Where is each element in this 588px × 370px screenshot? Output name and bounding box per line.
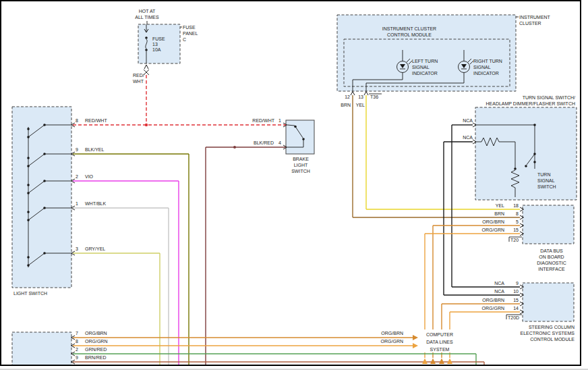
light-switch-box [12, 107, 75, 288]
pin-number: 14 [513, 306, 519, 311]
turn-switch-inner-label: TURN [537, 172, 550, 177]
bottom-module-box [12, 332, 75, 370]
data-bus-label: DIAGNOSTIC [537, 261, 566, 265]
pin-number: 1 [278, 118, 281, 123]
pin-number: 13 [358, 95, 363, 99]
fuse-panel-label: FUSE [183, 25, 196, 30]
fuse-label: 10A [152, 47, 161, 52]
contact-dot [302, 138, 305, 140]
left-indicator-label: SIGNAL [412, 65, 430, 70]
wire-label: BRN/RED [85, 355, 107, 360]
wire-label-red-wht: RED/ [133, 73, 144, 78]
pin-number: 15 [513, 228, 519, 232]
right-indicator-label: RIGHT TURN [473, 59, 502, 63]
left-indicator-label: INDICATOR [412, 71, 438, 76]
hot-at-label: HOT AT [139, 9, 156, 14]
steering-module-label: ELECTRONIC SYSTEMS [520, 331, 575, 336]
data-bus-label: INTERFACE [538, 267, 565, 271]
wire-label: BLK/RED [254, 140, 274, 145]
pin-number: 5 [516, 219, 519, 224]
pin-number: 18 [513, 203, 519, 208]
wiring-diagram-canvas: HOT AT ALL TIMES FUSE PANEL C FUSE 13 10… [0, 0, 588, 370]
wire-label: ORG/BRN [482, 298, 504, 302]
hot-at-label: ALL TIMES [135, 15, 159, 20]
wire-label: ORG/GRN [85, 339, 107, 344]
left-indicator-label: LEFT TURN [412, 59, 438, 63]
fuse-panel-label: C [183, 37, 186, 42]
connector-label: T20 [510, 238, 519, 242]
cdl-system-label: COMPUTER [426, 332, 453, 337]
wire-label: RED/WHT [85, 118, 107, 123]
pin-number: 4 [278, 140, 281, 145]
contact-dot [294, 126, 297, 128]
connector-label: T20D [508, 315, 519, 320]
connector-label: T36 [370, 95, 378, 99]
cluster-title: CONTROL MODULE [387, 32, 432, 37]
steering-module-label: CONTROL MODULE [530, 337, 575, 342]
pin-number: 9 [76, 147, 78, 152]
fuse-terminal-dot [145, 49, 148, 51]
brake-switch-label: LIGHT [294, 163, 308, 167]
wire-label: GRY/YEL [85, 246, 105, 251]
pin-number: 12 [345, 95, 350, 99]
light-switch-label: LIGHT SWITCH [13, 291, 47, 296]
wire-label: GRN/RED [85, 347, 107, 352]
wire-label: BRN [341, 103, 351, 107]
wire-label: NCA [494, 289, 504, 294]
wire-label-red-wht: WHT [133, 79, 144, 84]
wire-label: ORG/GRN [482, 228, 504, 232]
wire-label: NCA [494, 281, 504, 286]
cluster-title: INSTRUMENT CLUSTER [382, 26, 436, 31]
wire-label: BLK/YEL [85, 147, 105, 152]
pin-number: 9 [516, 281, 519, 286]
data-bus-label: DATA BUS [540, 248, 563, 253]
pin-number: 8 [76, 339, 78, 344]
wire-label: WHT/BLK [85, 201, 106, 206]
right-indicator-label: SIGNAL [473, 65, 491, 70]
wiring-diagram-page: HOT AT ALL TIMES FUSE PANEL C FUSE 13 10… [0, 0, 588, 370]
pin-number: 2 [76, 347, 78, 352]
cdl-system-label: SYSTEM [430, 347, 450, 352]
cluster-outer-label: CLUSTER [519, 21, 541, 26]
turn-switch-title: TURN SIGNAL SWITCH/ [523, 95, 575, 100]
wire-label: ORG/BRN [85, 331, 107, 336]
brake-switch-label: SWITCH [291, 169, 310, 174]
pin-number: 7 [76, 331, 78, 336]
pin-number: 8 [76, 118, 78, 123]
wire-label: VIO [85, 174, 94, 179]
wire-label: NCA [463, 118, 473, 123]
data-bus-label: ON BOARD [539, 255, 564, 259]
pin-number: 10 [513, 289, 519, 294]
steering-module-label: STEERING COLUMN [529, 325, 575, 329]
cluster-outer-label: INSTRUMENT [519, 15, 551, 20]
pin-number: 1 [76, 201, 78, 206]
wire-label: BRN [494, 211, 504, 216]
pin-number: 9 [76, 355, 78, 360]
wire-label: YEL [496, 203, 504, 208]
fuse-terminal-dot [145, 36, 148, 39]
turn-switch-inner-label: SIGNAL [537, 178, 555, 183]
wire-label: NCA [463, 135, 473, 140]
pin-number: 8 [516, 211, 519, 216]
brake-light-switch-box [283, 120, 314, 154]
junction-dot [233, 146, 236, 149]
wire-label: ORG/BRN [381, 331, 403, 336]
turn-signal-switch-box [473, 107, 577, 200]
fuse-label: FUSE [152, 36, 165, 41]
brake-switch-label: BRAKE [293, 157, 309, 161]
wire-label: ORG/BRN [482, 219, 504, 224]
wire-label: ORG/GRN [381, 339, 403, 344]
wire-label: YEL [356, 103, 365, 107]
pin-number: 15 [513, 298, 519, 302]
fuse-label: 13 [152, 42, 158, 47]
turn-switch-inner-label: SWITCH [537, 184, 556, 189]
cdl-system-label: DATA LINES [426, 340, 453, 344]
wire-label: ORG/GRN [482, 306, 504, 311]
right-indicator-label: INDICATOR [473, 71, 499, 76]
pin-number: 3 [76, 246, 78, 251]
fuse-panel-label: PANEL [183, 31, 198, 36]
turn-switch-title: HEADLAMP DIMMER/FLASHER SWITCH [486, 101, 576, 106]
pin-number: 2 [76, 174, 78, 179]
wire-label: RED/WHT [252, 118, 274, 123]
junction-dot [145, 124, 148, 126]
